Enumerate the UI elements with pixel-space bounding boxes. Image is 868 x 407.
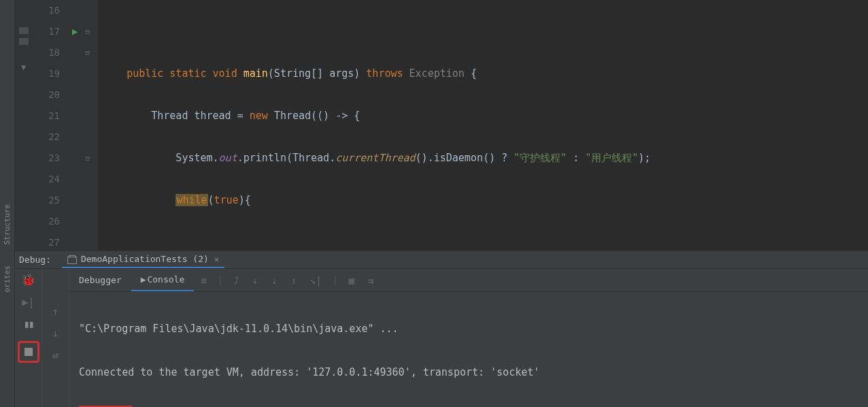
force-step-into-icon[interactable]: ⇣	[265, 275, 284, 286]
left-tool-strip: ▼	[15, 0, 33, 250]
line-numbers: 16 17 18 19 20 21 22 23 24 25 26 27	[33, 0, 65, 250]
debug-header: Debug: DemoApplicationTests (2) ✕	[15, 251, 868, 269]
step-out-icon[interactable]: ↑	[284, 275, 303, 286]
resume-icon[interactable]: ▶|	[22, 296, 34, 308]
debug-label: Debug:	[19, 255, 51, 265]
console-line: "C:\Program Files\Java\jdk-11.0.14\bin\j…	[79, 318, 858, 340]
fold-icon[interactable]: ⊟	[85, 21, 90, 42]
main-column: ▼ 16 17 18 19 20 21 22 23 24 25 26 27 ▶	[15, 0, 868, 407]
debug-left-actions: 🐞 ▶| ▮▮	[15, 269, 42, 407]
close-icon[interactable]: ✕	[214, 255, 219, 264]
filter-icon[interactable]: ⇄	[52, 349, 59, 361]
minimap-thumb	[19, 38, 29, 45]
editor-area: ▼ 16 17 18 19 20 21 22 23 24 25 26 27 ▶	[15, 0, 868, 250]
fold-end-icon[interactable]: ⊟	[85, 148, 90, 169]
step-over-icon[interactable]: ⤴	[227, 275, 246, 286]
stop-icon	[24, 348, 33, 356]
tab-console[interactable]: ▶Console	[131, 269, 195, 291]
rerun-debug-icon[interactable]: 🐞	[21, 273, 35, 287]
run-gutter-icon[interactable]: ▶	[72, 21, 78, 42]
run-config-tab[interactable]: DemoApplicationTests (2) ✕	[62, 251, 224, 268]
step-into-icon[interactable]: ↓	[246, 275, 265, 286]
favorites-tab[interactable]: orites	[3, 265, 12, 293]
up-icon[interactable]: ↑	[52, 306, 59, 318]
side-tool-tabs: Structure orites	[0, 0, 15, 407]
run-to-cursor-icon[interactable]: ↘|	[303, 275, 329, 286]
console-line: Connected to the target VM, address: '12…	[79, 361, 858, 383]
evaluate-expression-icon[interactable]: ▦	[342, 275, 361, 286]
debug-second-actions: ↑ ↓ ⇄	[42, 269, 69, 407]
trace-icon[interactable]: ⇉	[361, 275, 380, 286]
debug-body: 🐞 ▶| ▮▮ ↑ ↓ ⇄ Debugger ▶Console ≡ | ⤴	[15, 269, 868, 407]
chevron-down-icon[interactable]: ▼	[21, 63, 26, 72]
down-icon[interactable]: ↓	[52, 327, 59, 340]
run-config-icon	[67, 257, 77, 264]
pause-icon[interactable]: ▮▮	[23, 318, 33, 330]
code-content[interactable]: public static void main(String[] args) t…	[98, 0, 868, 250]
stop-button-highlight[interactable]	[18, 341, 39, 363]
tab-debugger[interactable]: Debugger	[69, 270, 131, 291]
run-config-title: DemoApplicationTests (2)	[81, 254, 209, 264]
gutter-icons: ▶ ⊟ ⊟ ⊟	[65, 0, 93, 250]
debug-tool-window: Debug: DemoApplicationTests (2) ✕ 🐞 ▶| ▮…	[15, 250, 868, 407]
debug-right: Debugger ▶Console ≡ | ⤴ ↓ ⇣ ↑ ↘| | ▦ ⇉ "…	[69, 269, 868, 407]
editor-gutter: 16 17 18 19 20 21 22 23 24 25 26 27 ▶ ⊟ …	[33, 0, 98, 250]
debug-tabs-bar: Debugger ▶Console ≡ | ⤴ ↓ ⇣ ↑ ↘| | ▦ ⇉	[69, 269, 868, 292]
fold-icon[interactable]: ⊟	[85, 42, 90, 63]
minimap-thumb	[19, 27, 29, 34]
structure-tab[interactable]: Structure	[3, 204, 12, 245]
console-output[interactable]: "C:\Program Files\Java\jdk-11.0.14\bin\j…	[69, 292, 868, 407]
threads-icon[interactable]: ≡	[194, 275, 213, 286]
console-play-icon: ▶	[141, 274, 146, 284]
